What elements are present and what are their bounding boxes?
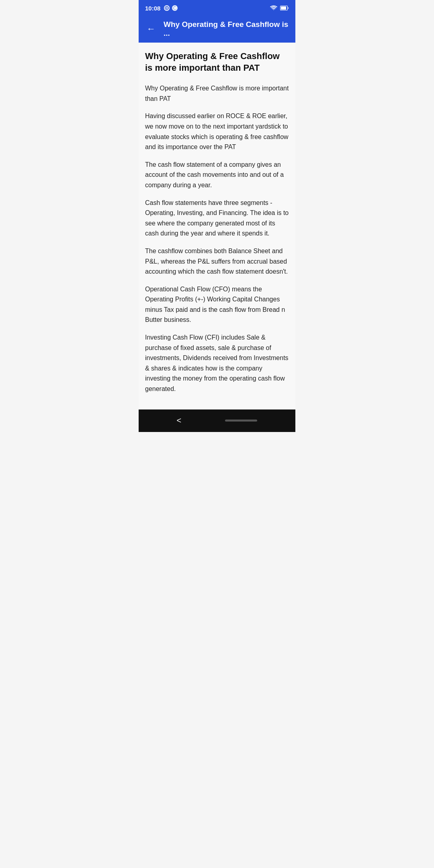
article-body: Why Operating & Free Cashflow is more im… [145, 83, 289, 394]
article-content: Why Operating & Free Cashflow is more im… [139, 43, 295, 409]
status-icons [164, 5, 178, 11]
nav-back-button[interactable]: < [177, 416, 182, 425]
paragraph-1: Why Operating & Free Cashflow is more im… [145, 83, 289, 104]
app-bar: ← Why Operating & Free Cashflow is ... [139, 15, 295, 43]
circle-status-icon-1 [164, 5, 170, 11]
nav-home-pill[interactable] [225, 420, 257, 422]
at-sign-icon [172, 5, 178, 11]
article-title: Why Operating & Free Cashflow is more im… [145, 51, 289, 74]
status-bar: 10:08 [139, 0, 295, 15]
paragraph-7: Investing Cash Flow (CFI) includes Sale … [145, 332, 289, 394]
status-bar-right [270, 5, 289, 11]
battery-icon [280, 6, 289, 10]
svg-point-0 [164, 6, 169, 10]
status-time: 10:08 [145, 5, 160, 12]
bottom-nav: < [139, 409, 295, 432]
paragraph-6: Operational Cash Flow (CFO) means the Op… [145, 284, 289, 325]
paragraph-4: Cash flow statements have three segments… [145, 198, 289, 239]
back-button[interactable]: ← [145, 23, 157, 35]
svg-rect-5 [281, 6, 286, 10]
wifi-icon [270, 5, 278, 11]
paragraph-2: Having discussed earlier on ROCE & ROE e… [145, 111, 289, 152]
paragraph-3: The cash flow statement of a company giv… [145, 160, 289, 190]
paragraph-5: The cashflow combines both Balance Sheet… [145, 246, 289, 277]
svg-point-1 [166, 7, 168, 9]
app-bar-title: Why Operating & Free Cashflow is ... [164, 20, 289, 38]
status-bar-left: 10:08 [145, 5, 178, 12]
